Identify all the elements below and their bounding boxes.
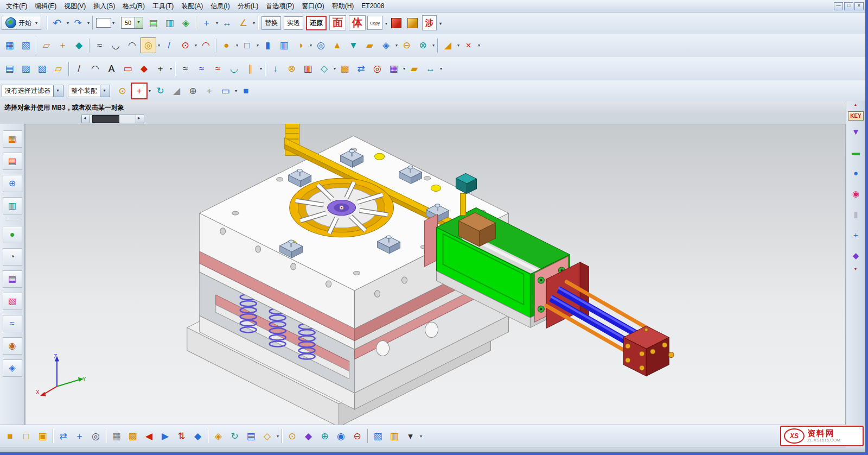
wrap-curve-icon[interactable]: ◎ — [369, 61, 385, 77]
panel-scroll-down-icon[interactable] — [851, 267, 861, 272]
snap-point-icon[interactable]: + — [131, 83, 148, 99]
constraint-navigator-icon[interactable]: ⊕ — [3, 175, 22, 192]
mirror-left-icon[interactable]: ◀ — [141, 428, 157, 444]
undo-icon[interactable]: ↶ — [49, 15, 65, 31]
part-navigator-icon[interactable]: ▥ — [3, 197, 22, 214]
menu-insert[interactable]: 插入(S) — [90, 1, 119, 12]
menu-view[interactable]: 视图(V) — [60, 1, 90, 12]
interpart-link-icon[interactable]: ⊙ — [284, 428, 300, 444]
measure-angle-icon[interactable]: ∠ — [235, 15, 251, 31]
arc-curve-icon[interactable]: ◠ — [87, 61, 103, 77]
trim-body-icon[interactable]: ◢ — [440, 37, 456, 53]
drag-handle-icon[interactable]: + — [201, 83, 217, 99]
menu-edit[interactable]: 编辑(E) — [31, 1, 60, 12]
capsule-tool-icon[interactable]: ▬ — [848, 145, 864, 160]
molecule-tool-icon[interactable]: ◉ — [848, 186, 864, 201]
redo-icon[interactable]: ↷ — [70, 15, 86, 31]
copy-button[interactable]: Copy — [367, 16, 382, 30]
pocket-icon[interactable]: ▼ — [346, 37, 361, 53]
horizontal-scrollbar[interactable] — [81, 115, 144, 123]
body-select-button[interactable]: 体 — [349, 15, 366, 30]
exploded-view-icon[interactable]: ◇ — [259, 428, 275, 444]
sequence-icon[interactable]: ↻ — [227, 428, 242, 444]
check-clearance-icon[interactable]: ▦ — [108, 428, 124, 444]
eraser-icon[interactable]: ◢ — [169, 83, 184, 99]
block-icon[interactable]: □ — [239, 37, 255, 53]
assembly-constraints-icon[interactable]: ◎ — [88, 428, 104, 444]
assembly-navigator-icon[interactable]: ▤ — [3, 153, 22, 170]
circle-icon[interactable]: ⊙ — [177, 37, 193, 53]
swept-icon[interactable]: ▨ — [18, 61, 34, 77]
datum-csys-icon[interactable]: + — [55, 37, 71, 53]
helix-icon[interactable]: ≈ — [92, 37, 107, 53]
menu-analysis[interactable]: 分析(L) — [234, 1, 263, 12]
datum-plane-icon[interactable]: ▱ — [39, 37, 54, 53]
project-curve-icon[interactable]: ↓ — [267, 61, 283, 77]
close-button[interactable]: × — [854, 2, 864, 10]
layer-spinner-button[interactable] — [135, 17, 143, 28]
view-clip-icon[interactable]: ◈ — [178, 15, 194, 31]
measure-distance-icon[interactable]: ↔ — [219, 15, 235, 31]
dropdown-arrow-icon[interactable] — [53, 85, 63, 97]
align-vertical-icon[interactable]: ⇅ — [174, 428, 189, 444]
selection-scope-dropdown[interactable]: 整个装配 — [68, 85, 110, 97]
dropdown-arrow-icon[interactable] — [100, 85, 110, 97]
scrollbar-thumb[interactable] — [92, 115, 119, 123]
cylinder-end-plate[interactable] — [623, 326, 674, 376]
gear-core[interactable] — [328, 200, 356, 216]
shaded-display-icon[interactable]: ■ — [238, 83, 254, 99]
polygon-icon[interactable]: ◆ — [136, 61, 152, 77]
section-curve-icon[interactable]: ▥ — [300, 61, 316, 77]
sketch-curve-icon[interactable]: ▧ — [18, 37, 34, 53]
move-component-icon[interactable]: + — [72, 428, 87, 444]
offset-curve-icon[interactable]: ∥ — [242, 61, 258, 77]
text-on-path-icon[interactable]: ▰ — [406, 61, 422, 77]
minimize-button[interactable]: ― — [834, 2, 843, 10]
curve-mirror-icon[interactable]: ◡ — [108, 37, 124, 53]
boss-icon[interactable]: ▲ — [329, 37, 345, 53]
ruled-surface-icon[interactable]: ▧ — [34, 61, 50, 77]
assembly-cut-icon[interactable]: ▧ — [370, 428, 386, 444]
menu-tools[interactable]: 工具(T) — [149, 1, 177, 12]
window-tile-icon[interactable]: ▦ — [3, 130, 22, 148]
rotate-view-icon[interactable]: ↻ — [152, 83, 168, 99]
arc-icon[interactable]: ◠ — [198, 37, 214, 53]
translucent-button[interactable]: 实透 — [284, 16, 303, 30]
snap-chain-icon[interactable]: ⊙ — [114, 83, 130, 99]
start-button[interactable]: 开始 — [2, 16, 41, 30]
reference-set-icon[interactable]: ◆ — [301, 428, 316, 444]
snap-midpoint-icon[interactable]: ⊕ — [185, 83, 201, 99]
menu-preferences[interactable]: 首选项(P) — [262, 1, 298, 12]
load-options-icon[interactable]: ◉ — [333, 428, 349, 444]
subtract-icon[interactable]: ⊖ — [399, 37, 414, 53]
through-curves-icon[interactable]: ▤ — [2, 61, 17, 77]
add-component-icon[interactable]: ■ — [2, 428, 18, 444]
menu-assemblies[interactable]: 装配(A) — [177, 1, 207, 12]
spline-icon[interactable]: ≈ — [194, 61, 209, 77]
restore-button[interactable]: □ — [844, 2, 853, 10]
remember-constraints-icon[interactable]: ▩ — [125, 428, 141, 444]
point-set-icon[interactable]: + — [152, 61, 168, 77]
layer-settings-icon[interactable]: ▤ — [145, 15, 161, 31]
scroll-left-button[interactable] — [81, 115, 90, 123]
mold-assembly-model[interactable]: Z Y X — [36, 124, 674, 426]
sphere-tool-icon[interactable]: ● — [848, 166, 864, 180]
scroll-right-button[interactable] — [136, 115, 144, 123]
cylinder-icon[interactable]: ▮ — [260, 37, 276, 53]
menu-format[interactable]: 格式(R) — [119, 1, 149, 12]
curve-offset-icon[interactable]: ◠ — [124, 37, 140, 53]
composite-curve-icon[interactable]: ▦ — [386, 61, 401, 77]
intersection-curve-icon[interactable]: ⊗ — [284, 61, 299, 77]
more-assembly-tools-icon[interactable]: ▾ — [403, 428, 418, 444]
menu-information[interactable]: 信息(I) — [207, 1, 233, 12]
history-icon[interactable]: ◔ — [3, 248, 22, 266]
scrollbar-track[interactable] — [90, 115, 136, 123]
reuse-library-icon[interactable]: ● — [3, 226, 22, 243]
snap-align-icon[interactable]: ◆ — [190, 428, 206, 444]
direct-sketch-icon[interactable]: ▦ — [2, 37, 17, 53]
mirror-right-icon[interactable]: ▶ — [157, 428, 173, 444]
point-icon[interactable]: ◆ — [71, 37, 87, 53]
component-array-icon[interactable]: ▣ — [35, 428, 50, 444]
studio-spline-icon[interactable]: ≈ — [177, 61, 193, 77]
extract-curve-icon[interactable]: ◇ — [316, 61, 332, 77]
